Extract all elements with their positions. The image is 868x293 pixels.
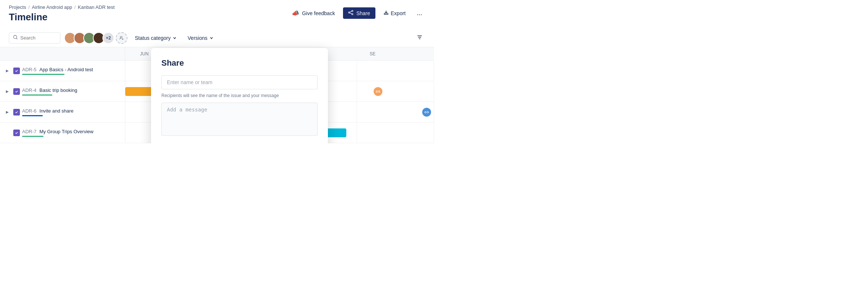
- avatar-count[interactable]: +2: [102, 32, 114, 44]
- table-row: ▶ ADR-5 App Basics - Android test: [0, 61, 125, 81]
- svg-point-0: [352, 10, 353, 12]
- svg-line-3: [350, 11, 351, 12]
- share-popup: Share Recipients will see the name of th…: [151, 48, 328, 143]
- megaphone-icon: 📣: [292, 10, 299, 17]
- issue-name[interactable]: Basic trip booking: [39, 87, 77, 93]
- issue-name[interactable]: App Basics - Android test: [39, 67, 93, 72]
- table-row: ▶ ADR-4 Basic trip booking: [0, 81, 125, 102]
- chevron-down-icon: [210, 35, 213, 41]
- share-recipient-input[interactable]: [161, 75, 318, 89]
- breadcrumb-projects[interactable]: Projects: [9, 4, 26, 10]
- avatar-group: +2: [64, 32, 127, 44]
- issue-name[interactable]: My Group Trips Overview: [39, 129, 94, 134]
- svg-line-4: [350, 13, 351, 14]
- issue-cell: ADR-6 Invite and share: [22, 108, 74, 116]
- share-button[interactable]: Share: [343, 7, 375, 19]
- issue-name[interactable]: Invite and share: [39, 108, 74, 114]
- search-icon: [13, 35, 18, 41]
- svg-point-1: [349, 12, 350, 13]
- breadcrumb-airline[interactable]: Airline Android app: [32, 4, 72, 10]
- share-hint: Recipients will see the name of the issu…: [161, 93, 318, 98]
- issue-id: ADR-6: [22, 108, 36, 114]
- table-row: ▶ ADR-6 Invite and share: [0, 102, 125, 123]
- toolbar: +2 Status category Versions: [0, 29, 434, 47]
- issue-id: ADR-7: [22, 129, 36, 134]
- breadcrumb-kanban[interactable]: Kanban ADR test: [78, 4, 115, 10]
- status-category-dropdown[interactable]: Status category: [131, 33, 180, 43]
- filter-icon-button[interactable]: [414, 32, 425, 44]
- chevron-down-icon: [173, 35, 176, 41]
- expand-arrow[interactable]: ▶: [6, 69, 12, 73]
- issue-type-icon: [13, 109, 20, 116]
- give-feedback-button[interactable]: 📣 Give feedback: [288, 7, 339, 19]
- issue-cell: ADR-7 My Group Trips Overview: [22, 129, 94, 137]
- issue-progress-bar: [22, 74, 64, 75]
- timeline-left-panel: ▶ ADR-5 App Basics - Android test ▶: [0, 47, 125, 143]
- versions-dropdown[interactable]: Versions: [184, 33, 217, 43]
- issue-progress-bar: [22, 115, 43, 116]
- svg-point-2: [352, 14, 353, 15]
- issue-type-icon: [13, 130, 20, 136]
- share-message-input[interactable]: [161, 103, 318, 136]
- issue-id: ADR-5: [22, 67, 36, 72]
- timeline-left-header: [0, 47, 125, 61]
- issue-progress-bar: [22, 136, 43, 137]
- export-icon: [384, 10, 389, 16]
- issue-cell: ADR-5 App Basics - Android test: [22, 67, 93, 75]
- issue-progress-bar: [22, 94, 52, 96]
- svg-line-7: [16, 38, 17, 39]
- add-member-button[interactable]: [116, 32, 127, 44]
- issue-id: ADR-4: [22, 87, 36, 93]
- share-popup-title: Share: [161, 58, 318, 68]
- header-actions: 📣 Give feedback Share Export ...: [288, 7, 425, 19]
- search-box: [9, 32, 60, 44]
- issue-type-icon: [13, 68, 20, 74]
- issue-type-icon: [13, 88, 20, 95]
- expand-arrow[interactable]: ▶: [6, 110, 12, 114]
- more-icon: ...: [417, 9, 422, 17]
- expand-arrow[interactable]: ▶: [6, 89, 12, 93]
- search-input[interactable]: [20, 35, 57, 41]
- share-icon: [348, 10, 353, 16]
- link-icon: [374, 87, 382, 96]
- svg-rect-5: [384, 13, 388, 15]
- more-options-button[interactable]: ...: [414, 8, 425, 18]
- link-icon-blue: [422, 108, 431, 117]
- issue-cell: ADR-4 Basic trip booking: [22, 87, 77, 96]
- export-button[interactable]: Export: [380, 8, 409, 18]
- table-row: ▶ ADR-7 My Group Trips Overview: [0, 123, 125, 143]
